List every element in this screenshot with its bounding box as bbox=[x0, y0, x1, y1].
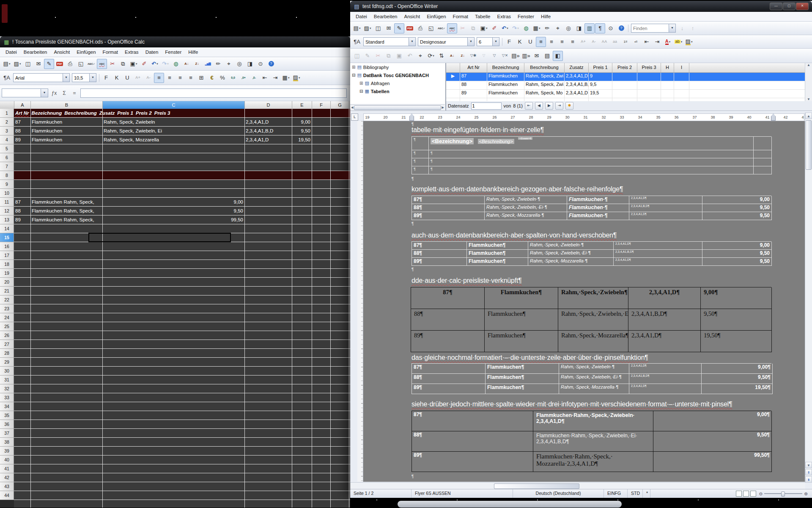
paragraph-style-combo[interactable]: Standard▼ bbox=[363, 37, 416, 46]
row-header[interactable]: 15 bbox=[0, 233, 14, 242]
hyperlink-icon[interactable]: ◍ bbox=[171, 59, 181, 69]
writer-menu-item[interactable]: Datei bbox=[353, 13, 370, 20]
row-header[interactable]: 22 bbox=[0, 295, 14, 304]
writer-menu-item[interactable]: Hilfe bbox=[538, 13, 554, 20]
statusbar-field[interactable]: Seite 1 / 2 bbox=[350, 489, 411, 498]
print-icon[interactable]: ⎙ bbox=[65, 59, 75, 69]
open-icon[interactable]: ▨ bbox=[12, 59, 22, 69]
beschreibung-field[interactable]: <Beschreibung> bbox=[478, 139, 514, 144]
sheet-row[interactable]: 87Flammkuchen Rahm, Speck, 9,00 bbox=[14, 198, 350, 207]
row-header[interactable]: 12 bbox=[0, 207, 14, 215]
chevron-down-icon[interactable]: ▼ bbox=[41, 89, 48, 97]
grid-column-header[interactable]: H bbox=[661, 63, 674, 72]
multi-page-view-icon[interactable] bbox=[743, 491, 749, 497]
font-name-combo[interactable]: Arial▼ bbox=[13, 73, 70, 82]
email-icon[interactable]: ✉ bbox=[33, 59, 44, 69]
chevron-down-icon[interactable]: ▼ bbox=[669, 24, 675, 32]
calc-menu-item[interactable]: Ansicht bbox=[51, 49, 73, 55]
function-wizard-icon[interactable]: ƒx bbox=[50, 90, 58, 96]
redo-icon[interactable]: ↷ bbox=[510, 23, 521, 33]
single-page-view-icon[interactable] bbox=[736, 491, 742, 497]
row-header[interactable]: 14 bbox=[0, 224, 14, 233]
spellcheck-icon[interactable]: ABC✓ bbox=[436, 23, 447, 33]
chevron-down-icon[interactable]: ▼ bbox=[63, 74, 69, 82]
row-header[interactable]: 43 bbox=[0, 482, 14, 491]
grid-column-header[interactable]: Beschreibung bbox=[524, 63, 565, 72]
align-left-icon[interactable]: ≡ bbox=[536, 37, 546, 47]
first-record-button[interactable]: ⇤ bbox=[525, 102, 533, 110]
row-header[interactable]: 6 bbox=[0, 153, 14, 162]
table-icon[interactable]: ▦ bbox=[532, 23, 542, 33]
background-color-icon[interactable]: ▨ bbox=[684, 37, 694, 47]
number-format-currency-icon[interactable]: € bbox=[207, 73, 217, 83]
align-left-icon[interactable]: ≡ bbox=[154, 73, 164, 83]
sheet-row[interactable]: 88Flammkuchen Rahm, Speck, 9,50 bbox=[14, 207, 350, 215]
auto-spellcheck-icon[interactable]: ABC bbox=[97, 59, 107, 69]
autofilter-icon[interactable]: ▽✱ bbox=[468, 51, 478, 61]
cut-icon[interactable]: ✂ bbox=[373, 51, 383, 61]
row-header[interactable]: 35 bbox=[0, 411, 14, 420]
column-header[interactable]: E bbox=[292, 101, 312, 109]
highlight-icon[interactable]: ab bbox=[673, 37, 683, 47]
paste-icon[interactable]: ▣ bbox=[129, 59, 139, 69]
column-header[interactable]: A bbox=[14, 101, 31, 109]
increase-indent-icon[interactable]: ⇥ bbox=[270, 73, 280, 83]
delete-decimal-icon[interactable]: ,0- bbox=[249, 73, 259, 83]
save-icon[interactable]: ◫ bbox=[373, 23, 383, 33]
row-header[interactable]: 30 bbox=[0, 367, 14, 375]
row-header[interactable]: 39 bbox=[0, 447, 14, 456]
sheet-row[interactable]: 89Flammkuchen Rahm, Speck, Mozzarella2,3… bbox=[14, 135, 350, 144]
number-format-percent-icon[interactable]: % bbox=[217, 73, 228, 83]
align-justify-icon[interactable]: ≡ bbox=[568, 37, 578, 47]
hyperlink-icon[interactable]: ◍ bbox=[521, 23, 531, 33]
header-cell[interactable]: Preis 2 bbox=[134, 109, 153, 117]
row-header[interactable]: 11 bbox=[0, 198, 14, 207]
record-number-input[interactable] bbox=[471, 102, 502, 110]
sheet-row[interactable]: 87Flammkuchen Rahm, Speck, Zwiebeln2,3,4… bbox=[14, 118, 350, 127]
font-size-combo[interactable]: 6▼ bbox=[477, 37, 499, 46]
undo-data-icon[interactable]: ↶ bbox=[405, 51, 415, 61]
align-justify-icon[interactable]: ≡ bbox=[186, 73, 196, 83]
tab-stop-selector[interactable]: L bbox=[351, 113, 358, 121]
row-header[interactable]: 4 bbox=[0, 135, 14, 144]
row-header[interactable]: 3 bbox=[0, 127, 14, 135]
chevron-down-icon[interactable]: ▼ bbox=[89, 74, 96, 82]
decrease-indent-icon[interactable]: ⇤ bbox=[260, 73, 270, 83]
row-header[interactable]: 33 bbox=[0, 393, 14, 402]
book-view-icon[interactable] bbox=[750, 491, 756, 497]
undo-icon[interactable]: ↶ bbox=[500, 23, 510, 33]
edit-data-icon[interactable]: ✎ bbox=[362, 51, 373, 61]
column-header[interactable]: G bbox=[331, 101, 349, 109]
tree-item[interactable]: ⊞ ▤ Bibliography bbox=[350, 63, 445, 71]
reset-filter-icon[interactable]: ▽✕ bbox=[500, 51, 510, 61]
merge-cells-icon[interactable]: ⊞ bbox=[196, 73, 206, 83]
header-cell[interactable]: Bezeichnung bbox=[30, 109, 63, 117]
zoom-icon[interactable]: ⊙ bbox=[606, 23, 616, 33]
print-preview-icon[interactable]: ◱ bbox=[426, 23, 436, 33]
row-header[interactable]: 27 bbox=[0, 340, 14, 349]
writer-menu-item[interactable]: Einfügen bbox=[424, 13, 449, 20]
decrease-font-icon[interactable]: A- bbox=[589, 37, 599, 47]
mail-merge-icon[interactable]: ✉ bbox=[532, 51, 542, 61]
sort-icon[interactable]: ⇅ bbox=[436, 51, 447, 61]
numbered-list-icon[interactable]: 1≡ bbox=[620, 37, 631, 47]
copy-icon[interactable]: ⧉ bbox=[118, 59, 128, 69]
column-header[interactable]: B bbox=[31, 101, 103, 109]
row-header[interactable]: 44 bbox=[0, 491, 14, 500]
print-icon[interactable]: ⎙ bbox=[415, 23, 425, 33]
sort-ascending-icon[interactable]: A↓ bbox=[447, 51, 457, 61]
statusbar-field[interactable]: Deutsch (Deutschland) bbox=[513, 489, 604, 498]
styles-icon[interactable]: ¶A bbox=[352, 37, 362, 47]
copy-icon[interactable]: ⧉ bbox=[468, 23, 478, 33]
document-horizontal-scrollbar[interactable] bbox=[350, 482, 805, 489]
row-header[interactable]: 17 bbox=[0, 251, 14, 260]
zusatz-field[interactable]: <Zusatz>¶ bbox=[518, 137, 532, 140]
grid-column-header[interactable]: Art Nr bbox=[460, 63, 487, 72]
chevron-down-icon[interactable]: ▼ bbox=[492, 38, 499, 46]
zoom-slider-thumb[interactable] bbox=[781, 491, 785, 497]
row-header[interactable]: 8 bbox=[0, 171, 14, 180]
auto-spellcheck-icon[interactable]: ABC bbox=[447, 23, 457, 33]
new-record-button[interactable]: ✱ bbox=[565, 102, 573, 110]
bullet-list-icon[interactable]: •≡ bbox=[631, 37, 641, 47]
writer-menu-item[interactable]: Ansicht bbox=[401, 13, 423, 20]
